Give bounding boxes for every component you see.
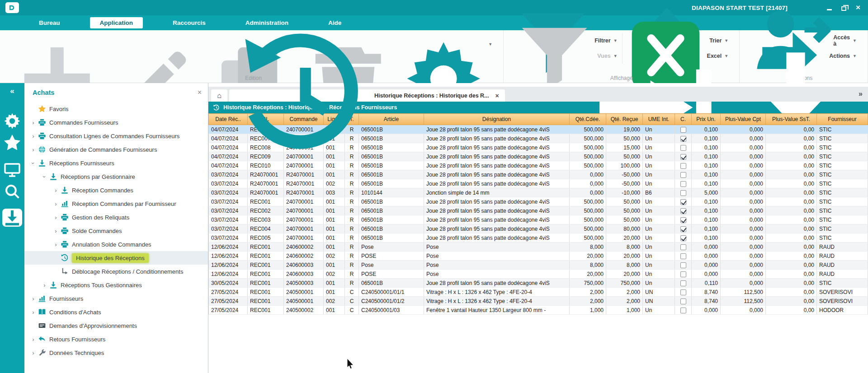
table-row[interactable]: 30/05/2024REC001240500003001R065001BJoue…: [209, 279, 868, 288]
cell-bl[interactable]: REC001: [248, 270, 284, 279]
receptions-module-icon[interactable]: [2, 209, 22, 227]
tree-expand-arrow[interactable]: ›: [52, 241, 59, 248]
tab-historique-receptions[interactable]: Historique Réceptions : Historique des R…: [229, 89, 505, 102]
collapse-panel-icon[interactable]: «: [10, 87, 14, 96]
tree-item[interactable]: › Génération de Commandes Fournisseurs: [24, 143, 208, 156]
cell-pv_cpt[interactable]: 0,000: [721, 233, 766, 242]
cell-prix_un[interactable]: 0,100: [692, 125, 721, 134]
cell-pv_sst[interactable]: 0,00: [766, 161, 817, 170]
cell-checked[interactable]: [675, 242, 692, 252]
tree-item[interactable]: Historique des Réceptions: [24, 251, 208, 265]
cell-qte_cdee[interactable]: 20,000: [570, 252, 606, 261]
cell-qte_recue[interactable]: 1,000: [606, 306, 643, 315]
cell-ligne[interactable]: 001: [324, 215, 345, 224]
cell-pv_cpt[interactable]: 0,000: [721, 143, 766, 152]
cell-prix_un[interactable]: 0,100: [692, 170, 721, 179]
row-checkbox[interactable]: [680, 172, 686, 178]
cell-t[interactable]: R: [345, 170, 359, 179]
tree-expand-arrow[interactable]: ›: [30, 336, 37, 343]
cell-ume[interactable]: Un: [643, 179, 675, 188]
cell-date[interactable]: 03/07/2024: [209, 206, 248, 215]
cell-prix_un[interactable]: 0,110: [692, 279, 721, 288]
cell-qte_cdee[interactable]: 500,000: [570, 161, 606, 170]
table-row[interactable]: 27/05/2024REC001240500001001CC240500001/…: [209, 288, 868, 297]
cell-qte_cdee[interactable]: 500,000: [570, 125, 606, 134]
cell-designation[interactable]: Pose: [424, 261, 570, 270]
desktop-monitor-icon[interactable]: [2, 161, 22, 179]
cell-prix_un[interactable]: 0,100: [692, 215, 721, 224]
cell-ligne[interactable]: 002: [324, 297, 345, 306]
cell-date[interactable]: 27/05/2024: [209, 306, 248, 315]
cell-t[interactable]: R: [345, 206, 359, 215]
cell-checked[interactable]: [675, 270, 692, 279]
row-checkbox[interactable]: [680, 262, 686, 268]
column-header[interactable]: Qté.Cdée.: [570, 114, 606, 125]
table-row[interactable]: 12/06/2024REC001240600002002RPOSEPose20,…: [209, 252, 868, 261]
cell-bl[interactable]: REC001: [248, 306, 284, 315]
cell-qte_cdee[interactable]: 500,000: [570, 206, 606, 215]
cell-article[interactable]: 065001B: [359, 170, 424, 179]
cell-ume[interactable]: UN: [643, 297, 675, 306]
cell-t[interactable]: R: [345, 252, 359, 261]
cell-prix_un[interactable]: 0,100: [692, 134, 721, 143]
cell-fournisseur[interactable]: RAUD: [817, 261, 868, 270]
cell-pv_sst[interactable]: 0,00: [766, 143, 817, 152]
cell-ume[interactable]: Un: [643, 233, 675, 242]
cell-ligne[interactable]: 003: [324, 188, 345, 197]
cell-prix_un[interactable]: 8,740: [692, 297, 721, 306]
row-checkbox[interactable]: [680, 163, 686, 169]
cell-pv_cpt[interactable]: 112,500: [721, 288, 766, 297]
cell-ume[interactable]: Un: [643, 143, 675, 152]
cell-article[interactable]: 065001B: [359, 179, 424, 188]
table-row[interactable]: 03/07/2024REC003240700001001R065001BJoue…: [209, 215, 868, 224]
tree-item[interactable]: › Fournisseurs: [24, 292, 208, 305]
cell-designation[interactable]: Vitrage : H x L : 1326 x 462 Type : 4FE-…: [424, 297, 570, 306]
cell-commande[interactable]: R24070001: [284, 170, 324, 179]
cell-fournisseur[interactable]: STIC: [817, 125, 868, 134]
cell-date[interactable]: 12/06/2024: [209, 261, 248, 270]
cell-qte_recue[interactable]: 50,000: [606, 206, 643, 215]
cell-t[interactable]: R: [345, 224, 359, 233]
cell-checked[interactable]: [675, 134, 692, 143]
cell-qte_recue[interactable]: 20,000: [606, 252, 643, 261]
cell-t[interactable]: R: [345, 215, 359, 224]
cell-checked[interactable]: [675, 143, 692, 152]
table-row[interactable]: 03/07/2024REC002240700001001R065001BJoue…: [209, 206, 868, 215]
cell-t[interactable]: R: [345, 233, 359, 242]
cell-bl[interactable]: R24070001: [248, 179, 284, 188]
tree-item[interactable]: › Conditions d'Achats: [24, 305, 208, 319]
cell-pv_cpt[interactable]: 0,000: [721, 179, 766, 188]
tree-item[interactable]: › Réception Commandes par Fournisseur: [24, 197, 208, 210]
cell-ligne[interactable]: 002: [324, 252, 345, 261]
cell-bl[interactable]: REC001: [248, 242, 284, 252]
cell-pv_sst[interactable]: 0,00: [766, 233, 817, 242]
cell-t[interactable]: R: [345, 270, 359, 279]
cell-commande[interactable]: 240700001: [284, 233, 324, 242]
cell-prix_un[interactable]: 0,000: [692, 270, 721, 279]
cell-checked[interactable]: [675, 125, 692, 134]
cell-ligne[interactable]: 001: [324, 233, 345, 242]
cell-fournisseur[interactable]: RAUD: [817, 252, 868, 261]
cell-ume[interactable]: Un: [643, 242, 675, 252]
cell-ume[interactable]: Un: [643, 125, 675, 134]
cell-commande[interactable]: 240700001: [284, 215, 324, 224]
cell-designation[interactable]: Pose: [424, 270, 570, 279]
cell-bl[interactable]: REC002: [248, 206, 284, 215]
cell-qte_cdee[interactable]: 500,000: [570, 143, 606, 152]
cell-qte_recue[interactable]: 50,000: [606, 134, 643, 143]
cell-commande[interactable]: 240700001: [284, 224, 324, 233]
cell-pv_cpt[interactable]: 0,000: [721, 279, 766, 288]
column-header[interactable]: Fournisseur: [817, 114, 868, 125]
cell-ligne[interactable]: 001: [324, 288, 345, 297]
cell-bl[interactable]: REC001: [248, 279, 284, 288]
cell-pv_cpt[interactable]: 0,000: [721, 306, 766, 315]
cell-qte_recue[interactable]: 750,000: [606, 279, 643, 288]
cell-pv_cpt[interactable]: 0,000: [721, 206, 766, 215]
cell-ume[interactable]: Un: [643, 279, 675, 288]
tree-expand-arrow[interactable]: ›: [30, 295, 37, 302]
cell-designation[interactable]: Joue 28 profil talon 95 sans patte dodéc…: [424, 125, 570, 134]
row-checkbox[interactable]: [680, 226, 686, 232]
cell-pv_sst[interactable]: 0,00: [766, 206, 817, 215]
tree-item[interactable]: Demandes d'Approvisionnements: [24, 319, 208, 332]
cell-ligne[interactable]: 001: [324, 197, 345, 206]
